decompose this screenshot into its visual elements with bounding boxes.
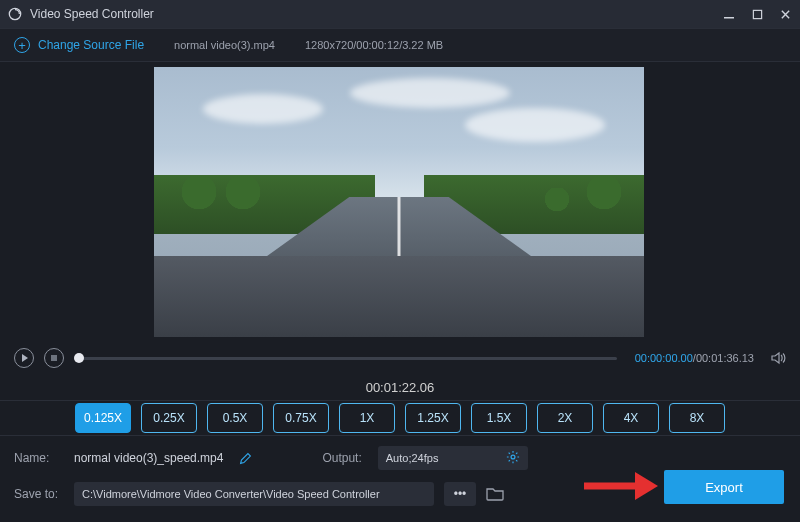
total-time: 00:01:36.13 bbox=[696, 352, 754, 364]
speed-option-1-25x[interactable]: 1.25X bbox=[405, 403, 461, 433]
svg-rect-2 bbox=[753, 10, 761, 18]
speed-option-0-75x[interactable]: 0.75X bbox=[273, 403, 329, 433]
source-file-meta: 1280x720/00:00:12/3.22 MB bbox=[305, 39, 443, 51]
source-file-name: normal video(3).mp4 bbox=[174, 39, 275, 51]
stop-icon bbox=[51, 355, 57, 361]
speed-option-0-25x[interactable]: 0.25X bbox=[141, 403, 197, 433]
close-button[interactable] bbox=[778, 7, 792, 21]
edit-name-button[interactable] bbox=[239, 452, 252, 465]
change-source-button[interactable]: + Change Source File bbox=[14, 37, 144, 53]
transport-bar: 00:00:00.00/00:01:36.13 bbox=[0, 342, 800, 374]
speed-option-4x[interactable]: 4X bbox=[603, 403, 659, 433]
output-label: Output: bbox=[322, 451, 361, 465]
app-logo-icon bbox=[8, 7, 22, 21]
svg-point-3 bbox=[511, 455, 515, 459]
play-button[interactable] bbox=[14, 348, 34, 368]
progress-slider[interactable] bbox=[74, 357, 617, 360]
browse-menu-button[interactable]: ••• bbox=[444, 482, 476, 506]
speed-option-2x[interactable]: 2X bbox=[537, 403, 593, 433]
export-button[interactable]: Export bbox=[664, 470, 784, 504]
speed-option-0-125x[interactable]: 0.125X bbox=[75, 403, 131, 433]
name-label: Name: bbox=[14, 451, 64, 465]
export-label: Export bbox=[705, 480, 743, 495]
source-toolbar: + Change Source File normal video(3).mp4… bbox=[0, 28, 800, 62]
svg-rect-1 bbox=[724, 17, 734, 19]
video-preview[interactable] bbox=[154, 67, 644, 337]
maximize-button[interactable] bbox=[750, 7, 764, 21]
current-time: 00:00:00.00 bbox=[635, 352, 693, 364]
output-format-dropdown[interactable]: Auto;24fps bbox=[378, 446, 528, 470]
progress-thumb[interactable] bbox=[74, 353, 84, 363]
minimize-button[interactable] bbox=[722, 7, 736, 21]
app-title: Video Speed Controller bbox=[30, 7, 722, 21]
name-value: normal video(3)_speed.mp4 bbox=[74, 451, 223, 465]
gear-icon bbox=[506, 450, 520, 466]
stop-button[interactable] bbox=[44, 348, 64, 368]
speed-option-0-5x[interactable]: 0.5X bbox=[207, 403, 263, 433]
save-to-path[interactable]: C:\Vidmore\Vidmore Video Converter\Video… bbox=[74, 482, 434, 506]
plus-circle-icon: + bbox=[14, 37, 30, 53]
volume-button[interactable] bbox=[770, 350, 786, 366]
play-icon bbox=[22, 354, 28, 362]
preview-duration: 00:01:22.06 bbox=[0, 374, 800, 400]
video-preview-area bbox=[0, 62, 798, 342]
save-to-label: Save to: bbox=[14, 487, 64, 501]
speed-option-8x[interactable]: 8X bbox=[669, 403, 725, 433]
title-bar: Video Speed Controller bbox=[0, 0, 800, 28]
output-format-value: Auto;24fps bbox=[386, 452, 439, 464]
speed-selector: 0.125X0.25X0.5X0.75X1X1.25X1.5X2X4X8X bbox=[0, 400, 800, 436]
change-source-label: Change Source File bbox=[38, 38, 144, 52]
speed-option-1x[interactable]: 1X bbox=[339, 403, 395, 433]
open-folder-button[interactable] bbox=[486, 486, 508, 502]
save-to-value: C:\Vidmore\Vidmore Video Converter\Video… bbox=[82, 488, 380, 500]
speed-option-1-5x[interactable]: 1.5X bbox=[471, 403, 527, 433]
